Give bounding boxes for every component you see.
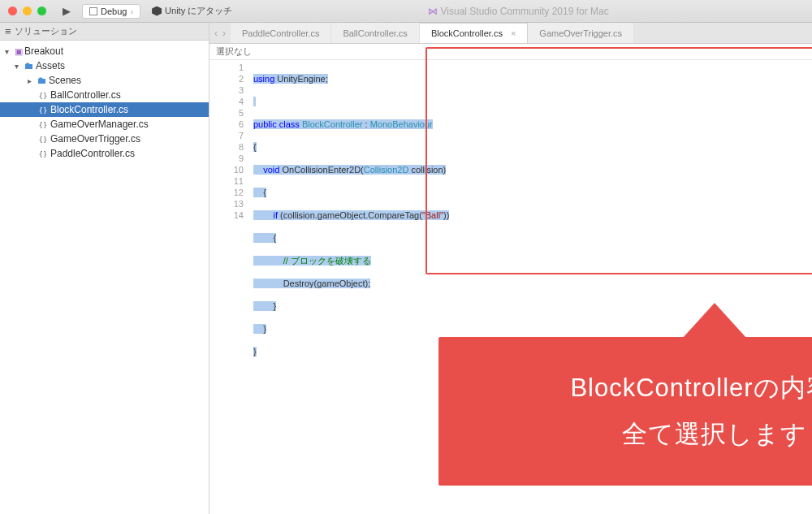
folder-icon: 🖿 — [24, 60, 34, 71]
chevron-down-icon[interactable]: ▾ — [15, 62, 23, 71]
unity-icon — [152, 6, 162, 16]
csharp-file-icon — [37, 119, 49, 129]
breadcrumb-sep: › — [130, 6, 133, 16]
tab-bar: ‹ › PaddleController.cs BallController.c… — [209, 23, 812, 44]
tree-solution-root[interactable]: ▾ ▣ Breakout — [0, 44, 209, 58]
window-controls — [8, 6, 46, 15]
editor-tab[interactable]: GameOverTrigger.cs — [528, 23, 634, 43]
solution-sidebar: ソリューション ▾ ▣ Breakout ▾ 🖿 Assets ▸ 🖿 Scen… — [0, 23, 209, 514]
titlebar: ▶ Debug › Unity にアタッチ ⋈ Visual Studio Co… — [0, 0, 812, 23]
callout-body: BlockControllerの内容を 全て選択します — [438, 337, 812, 486]
tree-file[interactable]: BallController.cs — [0, 88, 209, 102]
tree-file-selected[interactable]: BlockController.cs — [0, 102, 209, 117]
tree-folder-assets[interactable]: ▾ 🖿 Assets — [0, 58, 209, 73]
chevron-down-icon[interactable]: ▾ — [5, 47, 13, 56]
tree-folder-scenes[interactable]: ▸ 🖿 Scenes — [0, 73, 209, 88]
csharp-file-icon — [37, 90, 49, 100]
csharp-file-icon — [37, 134, 49, 144]
run-config-dropdown[interactable]: Debug › — [82, 4, 140, 19]
tree-file[interactable]: PaddleController.cs — [0, 146, 209, 161]
callout-arrow-icon — [682, 303, 747, 339]
nav-forward-button[interactable]: › — [222, 28, 226, 39]
debug-label: Debug — [101, 6, 127, 16]
chevron-right-icon[interactable]: ▸ — [28, 76, 36, 85]
tree-file[interactable]: GameOverManager.cs — [0, 117, 209, 132]
unity-attach-dropdown[interactable]: Unity にアタッチ — [152, 5, 232, 17]
square-icon — [89, 7, 97, 15]
solution-tree: ▾ ▣ Breakout ▾ 🖿 Assets ▸ 🖿 Scenes BallC… — [0, 41, 209, 164]
editor-tab[interactable]: BallController.cs — [331, 23, 419, 43]
editor-area: ‹ › PaddleController.cs BallController.c… — [209, 23, 812, 514]
vs-logo-icon: ⋈ — [428, 6, 438, 17]
annotation-callout: BlockControllerの内容を 全て選択します — [438, 303, 812, 486]
sidebar-header: ソリューション — [0, 23, 209, 41]
close-tab-icon[interactable]: × — [511, 28, 516, 38]
editor-tab-active[interactable]: BlockController.cs× — [420, 23, 528, 43]
attach-label: Unity にアタッチ — [165, 5, 232, 17]
play-button[interactable]: ▶ — [63, 5, 71, 17]
window-title: ⋈ Visual Studio Community 2019 for Mac — [232, 6, 804, 17]
line-gutter: 1234567 891011121314 — [209, 60, 250, 403]
close-window-button[interactable] — [8, 6, 17, 15]
hamburger-icon[interactable] — [5, 25, 11, 37]
maximize-window-button[interactable] — [37, 6, 46, 15]
vs-project-icon: ▣ — [15, 46, 23, 57]
minimize-window-button[interactable] — [23, 6, 32, 15]
nav-back-button[interactable]: ‹ — [214, 28, 218, 39]
csharp-file-icon — [37, 105, 49, 114]
tab-nav: ‹ › — [209, 23, 231, 43]
breadcrumb-bar[interactable]: 選択なし — [209, 44, 812, 60]
tree-file[interactable]: GameOverTrigger.cs — [0, 132, 209, 146]
folder-icon: 🖿 — [37, 75, 47, 86]
csharp-file-icon — [37, 149, 49, 158]
editor-tab[interactable]: PaddleController.cs — [231, 23, 331, 43]
